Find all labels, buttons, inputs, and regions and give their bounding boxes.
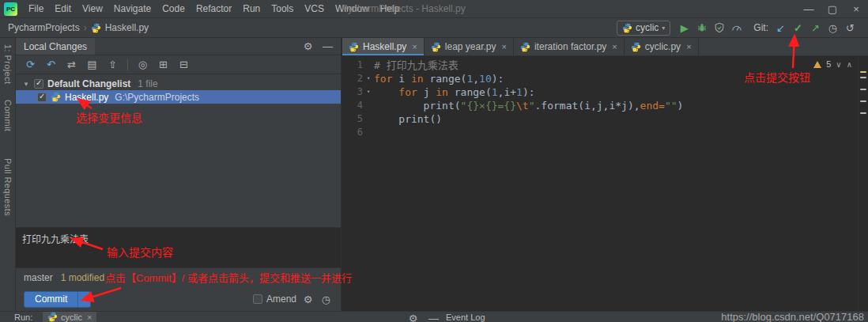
- changes-tree: ▾ Default Changelist 1 file Haskell.py G…: [16, 74, 341, 227]
- commit-dropdown-arrow-icon[interactable]: ▾: [77, 291, 91, 308]
- commit-options-gear-icon[interactable]: ⚙: [301, 293, 315, 306]
- amend-checkbox[interactable]: [253, 294, 262, 304]
- menu-file[interactable]: File: [23, 0, 49, 17]
- file-checkbox[interactable]: [37, 93, 47, 102]
- tab-local-changes[interactable]: Local Changes: [16, 38, 95, 55]
- tool-window-stripe: 1: ProjectCommitPull Requests: [0, 38, 16, 322]
- python-file-icon: [91, 23, 101, 33]
- breadcrumb-file[interactable]: Haskell.py: [105, 22, 149, 33]
- line-number: 5: [342, 112, 363, 126]
- toolbar-separator: [127, 59, 128, 70]
- menu-edit[interactable]: Edit: [49, 0, 77, 17]
- shield-icon: [714, 22, 725, 33]
- changelist-row[interactable]: ▾ Default Changelist 1 file: [16, 77, 341, 90]
- editor-tab-label: Haskell.py: [363, 41, 406, 52]
- editor-tab-cyclic-py[interactable]: cyclic.py×: [625, 38, 699, 55]
- commit-split-button: Commit ▾: [24, 291, 91, 308]
- menu-run[interactable]: Run: [237, 0, 266, 17]
- commit-history-icon[interactable]: ◷: [319, 293, 333, 306]
- changelist-checkbox[interactable]: [34, 79, 43, 89]
- editor-tab-haskell-py[interactable]: Haskell.py×: [342, 38, 425, 55]
- menu-code[interactable]: Code: [157, 0, 191, 17]
- profiler-button[interactable]: [730, 21, 743, 35]
- breadcrumb: PycharmProjects › Haskell.py: [0, 22, 149, 33]
- stripe-mark[interactable]: [860, 71, 866, 73]
- inspections-widget[interactable]: 5 ∨ ∧: [813, 59, 852, 69]
- python-file-icon: [51, 92, 61, 102]
- editor-tab-leap-year-py[interactable]: leap year.py×: [425, 38, 514, 55]
- window-title: PycharmProjects - Haskell.py: [342, 0, 466, 18]
- refresh-icon[interactable]: ⟳: [24, 58, 37, 71]
- menu-navigate[interactable]: Navigate: [108, 0, 157, 17]
- run-tab-label: cyclic: [61, 313, 82, 322]
- show-diff-icon[interactable]: ⇄: [65, 58, 78, 71]
- expand-all-icon[interactable]: ⊞: [157, 58, 170, 71]
- changelist-meta: 1 file: [138, 78, 157, 89]
- stripe-1-project[interactable]: 1: Project: [3, 44, 13, 84]
- menu-tools[interactable]: Tools: [266, 0, 299, 17]
- event-log-button[interactable]: Event Log: [446, 313, 485, 322]
- code-line-5[interactable]: 5 print(): [342, 112, 858, 126]
- file-path: G:\PycharmProjects: [115, 92, 199, 103]
- next-highlight-icon[interactable]: ∨: [836, 60, 841, 69]
- chevron-down-icon[interactable]: ▾: [22, 80, 30, 88]
- stripe-commit[interactable]: Commit: [3, 100, 13, 131]
- code-line-4[interactable]: 4 print("{}×{}={}\t".format(i,j,i*j),end…: [342, 99, 858, 112]
- close-tab-icon[interactable]: ×: [502, 42, 507, 51]
- run-tab-cyclic[interactable]: cyclic ×: [43, 312, 96, 322]
- group-by-icon[interactable]: ▤: [85, 58, 99, 71]
- preview-diff-icon[interactable]: ◎: [136, 58, 149, 71]
- breadcrumb-project[interactable]: PycharmProjects: [8, 22, 80, 33]
- stripe-pull-requests[interactable]: Pull Requests: [3, 158, 13, 216]
- close-tab-icon[interactable]: ×: [686, 42, 691, 51]
- gear-icon[interactable]: ⚙: [406, 312, 420, 322]
- prev-highlight-icon[interactable]: ∧: [847, 60, 852, 69]
- warning-icon: [813, 61, 821, 68]
- rollback-toolbar-button[interactable]: ↺: [843, 21, 857, 35]
- amend-option[interactable]: Amend: [253, 294, 296, 305]
- run-tool-window-label[interactable]: Run:: [14, 313, 32, 322]
- branch-name[interactable]: master: [24, 272, 53, 283]
- fold-icon[interactable]: ▾: [363, 72, 374, 85]
- shelve-icon[interactable]: ⇧: [106, 58, 119, 71]
- line-number: 3: [342, 85, 363, 99]
- update-project-button[interactable]: ↙: [774, 21, 787, 35]
- hide-panel-icon[interactable]: —: [321, 40, 334, 53]
- menu-vcs[interactable]: VCS: [299, 0, 330, 17]
- annotation-commit-hint: 点击【Commit】/ 或者点击箭头，提交和推送一并进行: [105, 270, 352, 285]
- code-text: for i in range(1,10):: [374, 72, 504, 85]
- commit-message-editor[interactable]: 打印九九乘法表: [16, 227, 341, 268]
- stripe-mark[interactable]: [860, 89, 866, 90]
- stripe-mark[interactable]: [860, 77, 866, 78]
- code-text: # 打印九九乘法表: [374, 59, 459, 72]
- collapse-all-icon[interactable]: ⊟: [177, 58, 191, 71]
- code-line-6[interactable]: 6: [342, 126, 858, 139]
- gear-icon[interactable]: ⚙: [301, 40, 315, 53]
- push-button[interactable]: ↗: [809, 21, 822, 35]
- debug-button[interactable]: [695, 21, 708, 35]
- run-config-select[interactable]: cyclic ▾: [617, 21, 670, 36]
- changed-file-row[interactable]: Haskell.py G:\PycharmProjects: [16, 90, 341, 104]
- stripe-mark[interactable]: [860, 112, 866, 114]
- run-button[interactable]: ▶: [677, 21, 691, 35]
- commit-toolbar-button[interactable]: ✓: [791, 21, 805, 35]
- code-line-3[interactable]: 3▾ for j in range(1,i+1):: [342, 85, 858, 99]
- stripe-mark[interactable]: [860, 100, 866, 102]
- hide-icon[interactable]: —: [427, 312, 440, 322]
- close-tab-icon[interactable]: ×: [87, 313, 92, 322]
- editor-tab-iteration-factor-py[interactable]: iteration factor.py×: [514, 38, 625, 55]
- close-button[interactable]: ×: [844, 0, 868, 17]
- commit-button[interactable]: Commit: [24, 291, 77, 308]
- coverage-button[interactable]: [712, 21, 726, 35]
- fold-icon[interactable]: ▾: [363, 85, 374, 99]
- code-area[interactable]: 1# 打印九九乘法表2▾for i in range(1,10):3▾ for …: [342, 56, 858, 311]
- menu-view[interactable]: View: [77, 0, 108, 17]
- rollback-icon[interactable]: ↶: [44, 58, 58, 71]
- maximize-button[interactable]: ▢: [821, 0, 844, 17]
- close-tab-icon[interactable]: ×: [612, 42, 617, 51]
- menu-refactor[interactable]: Refactor: [191, 0, 237, 17]
- history-button[interactable]: ◷: [826, 21, 840, 35]
- minimize-button[interactable]: —: [797, 0, 821, 17]
- warning-count: 5: [826, 59, 831, 69]
- close-tab-icon[interactable]: ×: [412, 42, 417, 51]
